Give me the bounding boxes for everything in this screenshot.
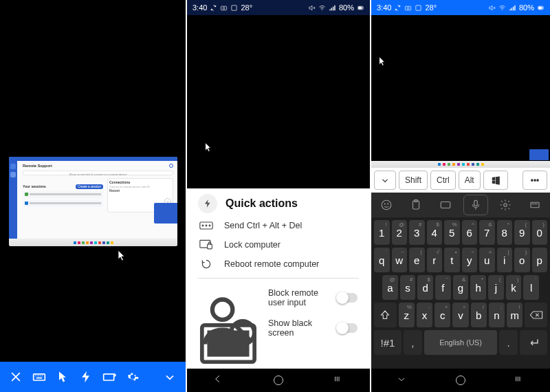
more-button[interactable]: ••• [522,171,547,190]
remote-view-area[interactable] [187,15,370,188]
key-m[interactable]: m! [507,303,522,327]
space-key[interactable]: English (US) [424,330,498,355]
key-a[interactable]: a@ [382,275,398,300]
backspace-key[interactable] [525,303,547,327]
create-session-button[interactable]: Create a session [76,184,103,189]
close-button[interactable] [7,368,25,386]
key-3[interactable]: 3# [409,220,425,245]
settings-button[interactable] [124,368,142,386]
remote-view-area[interactable] [371,15,550,168]
key-8[interactable]: 8* [497,220,513,245]
quick-actions-sheet: Quick actions Send Ctrl + Alt + Del Lock… [187,188,370,369]
keyboard-hide[interactable] [396,373,407,387]
svg-point-5 [322,10,322,10]
wifi-icon [498,4,506,12]
clipboard-button[interactable] [404,195,428,215]
svg-rect-25 [543,7,544,8]
key-x[interactable]: x- [417,303,432,327]
svg-point-3 [223,7,226,9]
keyboard-expand-button[interactable] [522,195,547,215]
toggle-switch[interactable] [337,323,358,333]
key-d[interactable]: d$ [417,275,433,300]
svg-point-28 [388,204,389,205]
signal-icon [509,4,516,12]
key-n[interactable]: n; [489,303,505,327]
key-t[interactable]: t• [444,248,460,272]
ctrl-key[interactable]: Ctrl [430,171,456,190]
key-6[interactable]: 6^ [462,220,478,245]
key-l[interactable]: l' [523,275,539,300]
reboot-remote[interactable]: Reboot remote computer [187,254,370,274]
svg-point-38 [536,204,537,204]
camera-icon [404,4,412,12]
key-s[interactable]: s# [400,275,416,300]
svg-rect-34 [531,202,539,208]
key-k[interactable]: k) [506,275,522,300]
nav-recents[interactable] [514,373,525,387]
sync-icon [210,4,217,12]
key-w[interactable]: w~ [392,248,408,272]
nav-back[interactable] [212,373,223,387]
key-h[interactable]: h* [470,275,486,300]
key-j[interactable]: j( [488,275,504,300]
key-5[interactable]: 5% [444,220,460,245]
key-b[interactable]: b/ [471,303,487,327]
chevron-down-icon[interactable] [161,368,179,386]
key-o[interactable]: o} [514,248,530,272]
actions-button[interactable] [77,368,95,386]
keyboard-settings-button[interactable] [493,195,518,215]
key-q[interactable]: q` [374,248,390,272]
gif-button[interactable] [433,195,458,215]
voice-input-button[interactable] [463,195,488,215]
windows-key[interactable] [483,171,508,190]
alt-key[interactable]: Alt [459,171,481,190]
key-0[interactable]: 0) [532,220,548,245]
nav-home[interactable] [274,375,283,385]
keyboard-toggle-button[interactable] [100,368,118,386]
key-c[interactable]: c+ [434,303,450,327]
block-remote-input-toggle[interactable]: Block remote user input [187,283,370,313]
comma-key[interactable]: , [404,330,422,355]
black-screen-icon [199,323,257,334]
pointer-button[interactable] [54,368,72,386]
cursor-icon [117,250,126,265]
key-1[interactable]: 1! [374,220,390,245]
remote-taskbar [371,161,550,168]
key-e[interactable]: e| [409,248,425,272]
emoji-button[interactable] [374,195,399,215]
key-7[interactable]: 7& [479,220,495,245]
shift-key[interactable]: Shift [399,171,428,190]
symbols-key[interactable]: !#1 [374,330,402,355]
key-4[interactable]: 4$ [427,220,443,245]
key-z[interactable]: z% [399,303,415,327]
key-9[interactable]: 9( [514,220,530,245]
svg-point-11 [206,225,207,226]
send-ctrl-alt-del[interactable]: Send Ctrl + Alt + Del [187,216,370,235]
key-u[interactable]: u× [479,248,495,272]
svg-point-20 [408,7,410,9]
enter-key[interactable] [520,330,547,355]
key-y[interactable]: y÷ [462,248,478,272]
toggle-switch[interactable] [337,293,358,303]
svg-rect-7 [358,6,362,9]
lock-computer[interactable]: Lock computer [187,235,370,254]
svg-rect-21 [416,5,421,10]
key-r[interactable]: r√ [427,248,443,272]
key-g[interactable]: g& [453,275,469,300]
key-p[interactable]: p [532,248,548,272]
key-2[interactable]: 2@ [392,220,408,245]
quick-actions-title: Quick actions [226,197,298,210]
shift-key[interactable] [374,303,397,327]
nav-recents[interactable] [333,373,344,387]
key-v[interactable]: v= [452,303,468,327]
period-key[interactable]: . [499,330,518,355]
keyboard-button[interactable] [30,368,48,386]
svg-point-36 [534,204,534,204]
keyboard-toolbar [371,193,550,217]
key-i[interactable]: i{ [497,248,513,272]
nav-home[interactable] [456,375,465,385]
svg-rect-1 [104,374,114,380]
key-f[interactable]: fˆ [435,275,451,300]
remote-desktop-preview: Remote Support Share screen link & conne… [9,157,177,246]
collapse-button[interactable] [374,171,396,190]
